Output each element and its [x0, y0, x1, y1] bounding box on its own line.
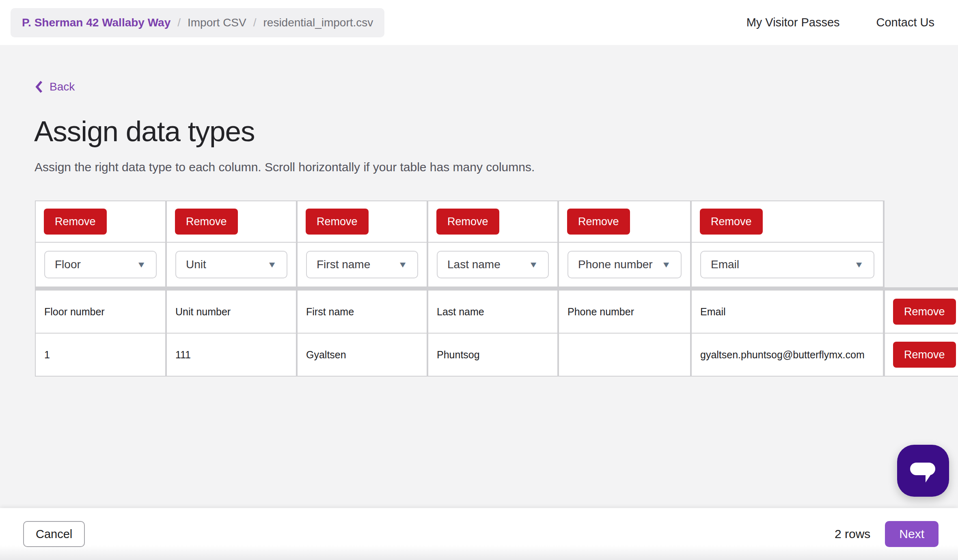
- table-cell: [559, 334, 690, 376]
- main-content: Back Assign data types Assign the right …: [0, 45, 958, 508]
- remove-column-2-button[interactable]: Remove: [175, 209, 238, 235]
- nav-my-visitor-passes[interactable]: My Visitor Passes: [747, 16, 840, 29]
- top-navigation: My Visitor Passes Contact Us: [747, 16, 934, 29]
- row-actions-cell: Remove: [885, 291, 958, 333]
- remove-row-1-button[interactable]: Remove: [893, 299, 956, 325]
- back-label: Back: [50, 80, 75, 93]
- next-button[interactable]: Next: [885, 521, 939, 547]
- table-body: Floor number Unit number First name Last…: [35, 287, 958, 377]
- table-cell: Unit number: [167, 291, 296, 333]
- column-header-cell: Remove: [298, 201, 427, 242]
- cancel-button[interactable]: Cancel: [23, 521, 85, 547]
- footer-right-group: 2 rows Next: [835, 521, 939, 547]
- breadcrumb: P. Sherman 42 Wallaby Way / Import CSV /…: [11, 8, 384, 37]
- column-2-type-select[interactable]: Unit ▼: [175, 251, 287, 278]
- column-header-cell: Remove: [36, 201, 165, 242]
- column-type-cell: Last name ▼: [428, 243, 557, 286]
- chat-launcher-button[interactable]: [897, 445, 949, 497]
- dropdown-arrow-icon: ▼: [854, 260, 864, 269]
- dropdown-arrow-icon: ▼: [529, 260, 538, 269]
- table-header: Remove Remove Remove Remove Remove Remov…: [35, 200, 885, 287]
- column-4-type-select[interactable]: Last name ▼: [437, 251, 549, 278]
- selected-type-label: Email: [711, 258, 739, 271]
- page-title: Assign data types: [34, 115, 255, 148]
- row-actions-cell: Remove: [885, 334, 958, 376]
- column-type-cell: Email ▼: [692, 243, 883, 286]
- column-3-type-select[interactable]: First name ▼: [306, 251, 418, 278]
- column-6-type-select[interactable]: Email ▼: [700, 251, 874, 278]
- column-header-cell: Remove: [559, 201, 690, 242]
- table-cell: Last name: [428, 291, 557, 333]
- table-cell: Floor number: [36, 291, 165, 333]
- table-cell: Email: [692, 291, 883, 333]
- chat-bubble-icon: [897, 444, 949, 498]
- row-count: 2 rows: [835, 527, 870, 541]
- dropdown-arrow-icon: ▼: [398, 260, 408, 269]
- table-cell: gyaltsen.phuntsog@butterflymx.com: [692, 334, 883, 376]
- column-type-cell: Unit ▼: [167, 243, 296, 286]
- dropdown-arrow-icon: ▼: [661, 260, 671, 269]
- topbar: P. Sherman 42 Wallaby Way / Import CSV /…: [0, 0, 958, 45]
- nav-contact-us[interactable]: Contact Us: [876, 16, 934, 29]
- selected-type-label: Last name: [447, 258, 501, 271]
- column-header-cell: Remove: [167, 201, 296, 242]
- chevron-left-icon: [34, 80, 43, 94]
- remove-column-4-button[interactable]: Remove: [436, 209, 499, 235]
- column-type-cell: First name ▼: [298, 243, 427, 286]
- table-cell: First name: [298, 291, 427, 333]
- table-cell: Phone number: [559, 291, 690, 333]
- column-1-type-select[interactable]: Floor ▼: [44, 251, 157, 278]
- breadcrumb-separator: /: [177, 16, 181, 29]
- breadcrumb-import-csv-link[interactable]: Import CSV: [188, 16, 246, 29]
- remove-column-6-button[interactable]: Remove: [700, 209, 763, 235]
- column-5-type-select[interactable]: Phone number ▼: [567, 251, 682, 278]
- table-cell: Phuntsog: [428, 334, 557, 376]
- table-cell: 111: [167, 334, 296, 376]
- breadcrumb-separator: /: [253, 16, 257, 29]
- breadcrumb-current-file: residential_import.csv: [263, 16, 373, 29]
- remove-column-1-button[interactable]: Remove: [44, 209, 107, 235]
- dropdown-arrow-icon: ▼: [136, 260, 146, 269]
- assign-types-table: Remove Remove Remove Remove Remove Remov…: [35, 200, 958, 377]
- page-subtitle: Assign the right data type to each colum…: [35, 160, 535, 174]
- column-type-cell: Floor ▼: [36, 243, 165, 286]
- remove-row-2-button[interactable]: Remove: [893, 342, 956, 368]
- column-header-cell: Remove: [428, 201, 557, 242]
- selected-type-label: Unit: [186, 258, 206, 271]
- back-link[interactable]: Back: [34, 80, 75, 94]
- remove-column-5-button[interactable]: Remove: [567, 209, 630, 235]
- selected-type-label: Phone number: [578, 258, 653, 271]
- column-header-cell: Remove: [692, 201, 883, 242]
- column-type-cell: Phone number ▼: [559, 243, 690, 286]
- table-cell: Gyaltsen: [298, 334, 427, 376]
- table-cell: 1: [36, 334, 165, 376]
- selected-type-label: Floor: [55, 258, 81, 271]
- remove-column-3-button[interactable]: Remove: [306, 209, 369, 235]
- breadcrumb-property-link[interactable]: P. Sherman 42 Wallaby Way: [22, 16, 170, 29]
- selected-type-label: First name: [317, 258, 370, 271]
- footer-bar: Cancel 2 rows Next: [0, 508, 958, 560]
- dropdown-arrow-icon: ▼: [267, 260, 277, 269]
